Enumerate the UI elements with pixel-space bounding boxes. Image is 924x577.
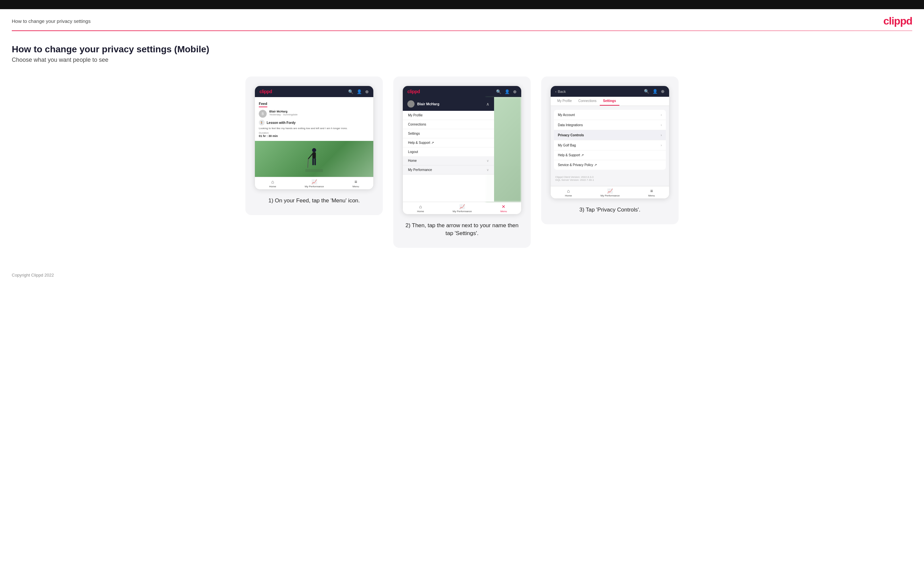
chevron-left-icon: ‹ xyxy=(555,90,557,93)
privacy-controls-chevron: › xyxy=(661,133,662,137)
menu-expand-chevron: ∧ xyxy=(486,102,489,106)
phone-3-bottom-nav: ⌂ Home 📈 My Performance ≡ Menu xyxy=(551,186,669,198)
client-version: Clippd Client Version: 2022.8.3-3 xyxy=(555,176,664,179)
user-icon-3: 👤 xyxy=(653,89,657,94)
golfer-figure xyxy=(304,146,324,172)
my-account-chevron: › xyxy=(661,113,662,117)
phone-2-menu-screen: Blair McHarg ∧ My Profile Connections Se… xyxy=(403,97,521,202)
svg-point-1 xyxy=(312,148,316,152)
search-icon: 🔍 xyxy=(348,89,353,94)
step-1-card: clippd 🔍 👤 ⊕ Feed B Blair McHarg Yester xyxy=(246,76,383,215)
footer: Copyright Clippd 2022 xyxy=(0,268,924,283)
settings-item-mygolfbag[interactable]: My Golf Bag › xyxy=(554,140,666,150)
phone-1-feed: Feed B Blair McHarg Yesterday · Sunningd… xyxy=(255,97,373,141)
tab-connections[interactable]: Connections xyxy=(575,97,600,106)
phone-1-bottom-nav: ⌂ Home 📈 My Performance ≡ Menu xyxy=(255,177,373,189)
settings-item-privacycontrols[interactable]: Privacy Controls › xyxy=(554,130,666,140)
feed-lesson-row: 🏌 Lesson with Fordy xyxy=(259,120,369,126)
data-integrations-label: Data Integrations xyxy=(558,123,583,127)
performance-icon-2: 📈 xyxy=(459,204,465,209)
step-3-caption: 3) Tap 'Privacy Controls'. xyxy=(550,206,669,214)
bottom-nav-home-2: ⌂ Home xyxy=(417,204,424,213)
logo: clippd xyxy=(884,15,912,27)
phone-1-navbar: clippd 🔍 👤 ⊕ xyxy=(255,86,373,97)
bottom-nav-menu-3: ≡ Menu xyxy=(648,188,655,197)
menu-section-myperformance-label: My Performance xyxy=(408,168,432,172)
menu-section-home: Home ∨ xyxy=(403,156,494,165)
settings-back-bar: ‹ Back 🔍 👤 ⊕ xyxy=(551,86,669,97)
menu-label-2: Menu xyxy=(500,210,507,213)
step-2-caption: 2) Then, tap the arrow next to your name… xyxy=(402,222,522,237)
settings-item-serviceprivacy[interactable]: Service & Privacy Policy ↗ xyxy=(554,160,666,170)
home-label-2: Home xyxy=(417,210,424,213)
menu-item-connections: Connections xyxy=(403,120,494,129)
step-1-phone: clippd 🔍 👤 ⊕ Feed B Blair McHarg Yester xyxy=(255,85,374,190)
my-golf-bag-chevron: › xyxy=(661,143,662,147)
page-title: How to change your privacy settings (Mob… xyxy=(12,44,912,55)
menu-item-helpsupport: Help & Support ↗ xyxy=(403,138,494,147)
menu-content: Blair McHarg ∧ My Profile Connections Se… xyxy=(403,97,494,202)
performance-label-3: My Performance xyxy=(600,194,620,197)
phone-1-nav-icons: 🔍 👤 ⊕ xyxy=(348,89,369,94)
phone-2-nav-icons: 🔍 👤 ⊕ xyxy=(496,89,517,94)
svg-line-6 xyxy=(308,159,308,168)
bottom-nav-performance: 📈 My Performance xyxy=(305,179,324,188)
settings-item-myaccount[interactable]: My Account › xyxy=(554,110,666,120)
settings-item-dataintegrations[interactable]: Data Integrations › xyxy=(554,120,666,130)
svg-line-5 xyxy=(308,154,312,159)
menu-user-row: Blair McHarg ∧ xyxy=(403,97,494,111)
svg-rect-4 xyxy=(315,158,316,165)
performance-icon: 📈 xyxy=(312,179,317,184)
step-1-caption: 1) On your Feed, tap the 'Menu' icon. xyxy=(255,197,374,205)
home-icon-2: ⌂ xyxy=(419,204,422,209)
settings-icon: ⊕ xyxy=(365,89,369,94)
breadcrumb: How to change your privacy settings xyxy=(12,18,90,24)
home-icon: ⌂ xyxy=(271,179,274,184)
phone-2-bottom-nav: ⌂ Home 📈 My Performance ✕ Menu xyxy=(403,202,521,214)
copyright: Copyright Clippd 2022 xyxy=(12,272,54,277)
user-icon-2: 👤 xyxy=(504,89,510,94)
step-3-card: ‹ Back 🔍 👤 ⊕ My Profile Connections Sett… xyxy=(541,76,678,224)
my-golf-bag-label: My Golf Bag xyxy=(558,143,576,147)
help-support-label: Help & Support ↗ xyxy=(558,153,584,157)
menu-section-home-label: Home xyxy=(408,159,417,163)
menu-label-3: Menu xyxy=(648,194,655,197)
bottom-nav-menu: ≡ Menu xyxy=(352,179,359,188)
menu-items-list: My Profile Connections Settings Help & S… xyxy=(403,111,494,156)
lesson-icon: 🏌 xyxy=(259,120,265,126)
header: How to change your privacy settings clip… xyxy=(0,9,924,31)
settings-icon-3: ⊕ xyxy=(661,89,664,94)
menu-user-info: Blair McHarg xyxy=(407,100,439,108)
svg-rect-2 xyxy=(312,152,316,159)
phone-2-navbar: clippd 🔍 👤 ⊕ xyxy=(403,86,521,97)
settings-item-helpsupport[interactable]: Help & Support ↗ xyxy=(554,150,666,160)
menu-item-myprofile: My Profile xyxy=(403,111,494,120)
bottom-nav-performance-3: 📈 My Performance xyxy=(600,188,620,197)
page-subtitle: Choose what you want people to see xyxy=(12,56,912,63)
tab-settings[interactable]: Settings xyxy=(600,97,619,106)
feed-post-name: Blair McHarg xyxy=(269,110,369,113)
privacy-controls-label: Privacy Controls xyxy=(558,134,584,137)
search-icon-3: 🔍 xyxy=(644,89,649,94)
back-button[interactable]: ‹ Back xyxy=(555,90,566,93)
menu-icon: ≡ xyxy=(354,179,357,184)
my-account-label: My Account xyxy=(558,113,575,117)
close-icon: ✕ xyxy=(502,204,506,209)
settings-footer: Clippd Client Version: 2022.8.3-3 GQL Se… xyxy=(551,172,669,185)
svg-rect-0 xyxy=(305,169,323,172)
user-icon: 👤 xyxy=(357,89,362,94)
performance-icon-3: 📈 xyxy=(607,188,613,193)
feed-post-meta: Yesterday · Sunningdale xyxy=(269,113,369,116)
feed-post-info: Blair McHarg Yesterday · Sunningdale xyxy=(269,110,369,116)
performance-label-2: My Performance xyxy=(452,210,472,213)
feed-duration-value: 01 hr : 30 min xyxy=(259,134,369,138)
search-icon-2: 🔍 xyxy=(496,89,501,94)
data-integrations-chevron: › xyxy=(661,123,662,127)
step-2-phone: clippd 🔍 👤 ⊕ Blai xyxy=(402,85,522,214)
menu-icon-3: ≡ xyxy=(650,188,653,193)
bottom-nav-home: ⌂ Home xyxy=(269,179,276,188)
tab-myprofile[interactable]: My Profile xyxy=(554,97,575,106)
service-privacy-label: Service & Privacy Policy ↗ xyxy=(558,163,597,167)
feed-tab: Feed xyxy=(259,102,267,107)
settings-icon-2: ⊕ xyxy=(513,89,517,94)
